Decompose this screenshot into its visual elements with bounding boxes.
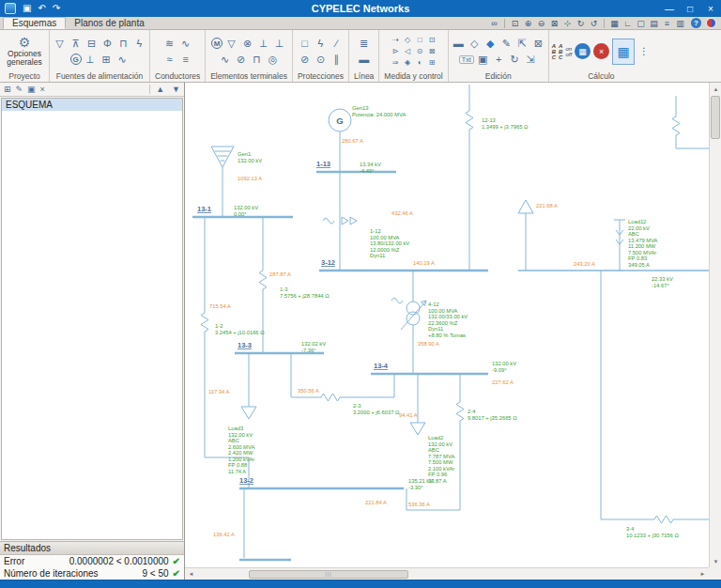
terminal-icon[interactable]: ◎: [266, 53, 280, 67]
bus-right[interactable]: 22.33 kV -14.67° 243.20 A: [518, 261, 709, 288]
general-options-button[interactable]: ⚙ Opciones generales: [3, 36, 46, 67]
app-logo-icon[interactable]: [5, 3, 16, 14]
draw-line-icon[interactable]: ▬: [452, 37, 466, 51]
indicator-icon[interactable]: ◐: [415, 58, 425, 68]
battery-icon[interactable]: ⊓: [116, 37, 130, 51]
cancel-calculation-button[interactable]: ×: [593, 43, 609, 59]
branch-2-4[interactable]: 2-4 9.8017 + j35.2665 Ω 536.36 A: [407, 374, 517, 510]
busduct-icon[interactable]: ≈: [162, 53, 176, 67]
scroll-right-arrow[interactable]: ►: [697, 568, 709, 580]
lamp-icon[interactable]: ⊗: [240, 37, 254, 51]
onoff-toggle-icon[interactable]: on off: [565, 46, 572, 57]
maximize-button[interactable]: □: [680, 0, 700, 17]
scroll-left-arrow[interactable]: ◄: [185, 568, 197, 580]
controller-icon[interactable]: ⊞: [427, 58, 437, 68]
load-2[interactable]: 94.41 A Load2 132.00 kV ABC 7.787 MVA 7.…: [399, 374, 454, 484]
vertical-scrollbar[interactable]: ▲ ▼: [709, 83, 721, 567]
search-icon[interactable]: ∞: [488, 19, 500, 28]
motor-icon[interactable]: M: [211, 38, 222, 49]
bus-3-12[interactable]: 3-12 140.19 A: [319, 258, 488, 271]
zoom-in-icon[interactable]: ⊕: [522, 19, 534, 28]
close-button[interactable]: ×: [700, 0, 721, 17]
external-supply-icon[interactable]: ▽: [53, 37, 67, 51]
print-icon[interactable]: ▤: [648, 19, 660, 28]
edit-pencil-icon[interactable]: ✎: [499, 37, 514, 51]
add-view-button[interactable]: ⊞: [4, 85, 11, 94]
branch-3-4[interactable]: 3-4 10.1233 + j30.7156 Ω: [601, 271, 709, 538]
no-load-icon[interactable]: ⊘: [234, 53, 248, 67]
layers-icon[interactable]: ≡: [661, 19, 673, 28]
save-icon[interactable]: ▣: [23, 4, 31, 13]
meter-diamond-icon[interactable]: ◇: [403, 36, 413, 45]
transformer-1-12-branch[interactable]: 432.46 A 1-12 100.00 MVA 13.80/132.00 kV…: [323, 172, 413, 271]
arrester-icon[interactable]: ϟ: [314, 37, 328, 51]
grid-icon[interactable]: ▦: [608, 19, 621, 28]
scroll-up-arrow[interactable]: ▲: [710, 83, 721, 95]
cable-icon[interactable]: ≋: [162, 37, 176, 51]
drawing-canvas[interactable]: G Gen13 Potencia: 24.000 MVA 280.67 A 1-…: [185, 83, 721, 580]
help-icon[interactable]: ?: [691, 18, 701, 28]
ac-source-icon[interactable]: ∿: [115, 53, 130, 67]
ct-left-icon[interactable]: ◁: [403, 47, 413, 56]
transformer-supply-icon[interactable]: ⊼: [69, 37, 83, 51]
bus-1-13[interactable]: 1-13 13.34 kV -4.49°: [316, 160, 396, 174]
overflow-menu-icon[interactable]: ⋮: [637, 46, 651, 56]
bus-13-4[interactable]: 13-4 132.00 kV -9.09° 227.62 A: [371, 361, 516, 385]
load-icon[interactable]: ▽: [224, 37, 238, 51]
single-line-diagram[interactable]: G Gen13 Potencia: 24.000 MVA 280.67 A 1-…: [185, 83, 709, 567]
copy-icon[interactable]: ▣: [476, 53, 490, 67]
undo-icon[interactable]: ↶: [38, 4, 45, 13]
switch-icon[interactable]: ∕: [330, 37, 344, 51]
socket-icon[interactable]: ⊓: [250, 53, 264, 67]
phases-abc-check-icon[interactable]: A B C: [559, 43, 562, 60]
coil-icon[interactable]: ∿: [218, 53, 232, 67]
zoom-window-icon[interactable]: ⊡: [509, 19, 521, 28]
ortho-icon[interactable]: ∟: [621, 19, 634, 28]
draw-polygon-icon[interactable]: ◇: [468, 37, 482, 51]
tab-esquemas[interactable]: Esquemas: [3, 17, 66, 29]
screen-icon[interactable]: ▢: [635, 19, 647, 28]
horizontal-scrollbar[interactable]: ◄ ||| ►: [185, 567, 709, 580]
bus-13-3[interactable]: 13-3 132.02 kV -7.36°: [235, 341, 326, 353]
minimize-button[interactable]: —: [659, 0, 680, 17]
modify-icon[interactable]: ⇱: [515, 37, 529, 51]
load-12[interactable]: Load12 22.00 kV ABC 13.479 MVA 11.200 MW…: [614, 219, 658, 271]
previous-view-icon[interactable]: ↺: [588, 19, 600, 28]
feeder-bottom[interactable]: 136.42 A: [213, 488, 291, 560]
panel-source-icon[interactable]: ⊞: [100, 53, 114, 67]
ground-icon[interactable]: ⟂: [256, 37, 270, 51]
tree-item-esquema[interactable]: ESQUEMA: [2, 99, 182, 111]
move-icon[interactable]: +: [492, 53, 506, 67]
zoom-out-icon[interactable]: ⊖: [535, 19, 547, 28]
branch-top-right[interactable]: [672, 96, 709, 148]
transformer-4-12[interactable]: 4-12 100.00 MVA 132.00/33.00 kV 22.3600 …: [391, 271, 468, 374]
busbar-icon[interactable]: ≡: [178, 53, 192, 67]
tab-planos-de-planta[interactable]: Planos de planta: [66, 17, 153, 29]
copy-view-button[interactable]: ▣: [27, 85, 36, 94]
rotate-icon[interactable]: ↻: [508, 53, 522, 67]
generator-icon[interactable]: G: [70, 54, 82, 65]
calculate-button[interactable]: ▦: [575, 43, 591, 59]
horizontal-scroll-thumb[interactable]: |||: [249, 570, 408, 579]
meter-box-icon[interactable]: □: [415, 36, 425, 45]
relay-icon[interactable]: ⊙: [314, 53, 328, 67]
hexagon-tool-icon[interactable]: ◆: [483, 37, 498, 51]
redo-icon[interactable]: ↷: [53, 4, 60, 13]
scale-icon[interactable]: ⇲: [524, 53, 538, 67]
report-icon[interactable]: ▥: [674, 19, 686, 28]
meter-panel-icon[interactable]: ⊡: [427, 36, 437, 45]
bus-13-1[interactable]: 13-1 132.00 kV 0.00°: [192, 205, 293, 217]
feeder-triangle[interactable]: 221.68 A: [518, 200, 558, 271]
breaker-icon[interactable]: ⊘: [298, 53, 312, 67]
fuse-icon[interactable]: □: [298, 37, 312, 51]
branch-12-13[interactable]: 12-13 1.3499 + j3.7965 Ω: [466, 85, 529, 271]
show-results-button[interactable]: ▦: [612, 39, 635, 65]
zoom-extents-icon[interactable]: ⊠: [548, 19, 560, 28]
branch-1-3[interactable]: 287.87 A 1-3 7.5756 + j28.7844 Ω: [259, 217, 330, 353]
line-segment-icon[interactable]: ▬: [357, 53, 371, 67]
move-up-button[interactable]: ▲: [156, 85, 164, 94]
title-bar[interactable]: CYPELEC Networks ▣ ↶ ↷ — □ ×: [0, 0, 721, 17]
erase-icon[interactable]: ⊠: [531, 37, 545, 51]
earth-icon[interactable]: ⟂: [84, 53, 98, 67]
text-tool-icon[interactable]: Txt: [459, 55, 474, 64]
